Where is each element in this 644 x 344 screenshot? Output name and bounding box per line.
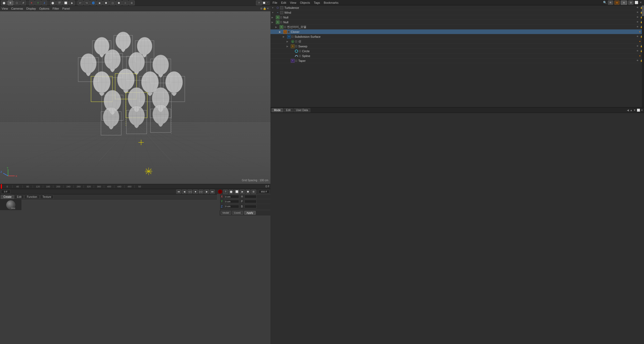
boole-btn[interactable]: 🌀: [90, 1, 96, 5]
y-input[interactable]: [224, 200, 239, 203]
axis-y-btn[interactable]: Y: [35, 1, 41, 5]
search-icon[interactable]: 🔍: [603, 1, 607, 4]
tree-item-null2[interactable]: ▶ N Null 👁 🔒: [270, 20, 644, 25]
motion-clip-btn[interactable]: ⬤: [229, 190, 234, 194]
next-frame-btn[interactable]: ▶: [204, 190, 209, 194]
menu-bookmarks[interactable]: Bookmarks: [324, 1, 338, 4]
frame-end-input[interactable]: 650 F: [259, 190, 269, 194]
axis-z-btn[interactable]: Z: [42, 1, 47, 5]
shrink-icon[interactable]: ✕: [639, 1, 642, 4]
undo-btn[interactable]: ↩: [77, 1, 83, 5]
tree-item-model[interactable]: ▶ N 씬선아이_모델 👁 🔒: [270, 25, 644, 29]
menu-objects[interactable]: Objects: [300, 1, 310, 4]
frame-display[interactable]: 0 F: [1, 190, 10, 194]
record-btn[interactable]: [218, 190, 222, 194]
br-tab-mode[interactable]: Mode: [272, 108, 283, 112]
tab-create[interactable]: Create: [1, 195, 14, 199]
tree-item-circle[interactable]: Circle 👁 🔒: [270, 49, 644, 54]
tree-item-null1[interactable]: ▶ N Null 👁 🔒: [270, 15, 644, 20]
viewport-maximize2-icon[interactable]: ⊞: [260, 7, 262, 10]
render-settings2-btn[interactable]: ⬟: [246, 190, 250, 194]
options-menu[interactable]: Options: [39, 7, 49, 10]
apply-row: Model Coord. Apply: [220, 210, 272, 216]
render-region-btn[interactable]: ⬤: [50, 1, 56, 5]
tab-function[interactable]: Function: [24, 195, 39, 199]
redo-btn[interactable]: ↪: [84, 1, 90, 5]
play-reverse-btn[interactable]: ◁◁: [187, 190, 192, 194]
record-key-btn[interactable]: ?: [223, 190, 228, 194]
rotate-btn[interactable]: ⬡: [14, 1, 20, 5]
coord-button[interactable]: Coord.: [232, 211, 243, 215]
p-input[interactable]: [244, 200, 257, 203]
cloner2-btn[interactable]: ◉: [97, 1, 103, 5]
move-tool-btn[interactable]: ⬤: [1, 1, 7, 5]
turbulence-checkbox[interactable]: [280, 6, 283, 9]
render-full-btn[interactable]: ▶: [69, 1, 75, 5]
help-btn[interactable]: ?: [256, 1, 262, 5]
b-input[interactable]: [244, 205, 257, 208]
viewport-maximize-btn[interactable]: ⬜: [262, 1, 266, 5]
tree-item-taper[interactable]: T Taper 👁 🔒: [270, 58, 644, 63]
transform-btn[interactable]: ✛: [7, 1, 13, 5]
tree-item-sen[interactable]: ▶ G 선 ● ●: [270, 39, 644, 44]
tree-item-wind[interactable]: ▼ ~ Wind 👁 🔒: [270, 10, 644, 15]
z-input[interactable]: [224, 205, 239, 208]
play-btn[interactable]: ▷▷: [199, 190, 204, 194]
axis-x-btn[interactable]: ✕: [29, 1, 35, 5]
expand-icon[interactable]: ⬜: [635, 1, 638, 4]
viewport-lock-icon[interactable]: 🔒: [263, 7, 266, 10]
display-menu[interactable]: Display: [26, 7, 36, 10]
active-tab-icon[interactable]: A: [621, 1, 627, 5]
material-icon[interactable]: M: [614, 1, 620, 5]
menu-view[interactable]: View: [290, 1, 296, 4]
filter-menu[interactable]: Filter: [52, 7, 59, 10]
cameras-menu[interactable]: Cameras: [11, 7, 23, 10]
tree-item-spline[interactable]: Spline ● ●: [270, 54, 644, 58]
deformer-btn[interactable]: ◻: [110, 1, 115, 5]
tab-edit[interactable]: Edit: [14, 195, 24, 199]
wind-checkbox[interactable]: [280, 11, 283, 14]
tree-item-sweep[interactable]: ▶ S Sweep 👁 🔒: [270, 44, 644, 49]
render-img-btn[interactable]: ▶: [240, 190, 245, 194]
timeline[interactable]: 0 40 80 120 160 200 240 280 320 360 400 …: [0, 184, 270, 189]
render-icon[interactable]: R: [608, 1, 613, 5]
scale-btn[interactable]: ↺: [20, 1, 26, 5]
panel-expand[interactable]: ⬜: [637, 109, 640, 112]
br-tab-edit[interactable]: Edit: [284, 108, 293, 112]
top-menubar: File Edit View Objects Tags Bookmarks 🔍 …: [270, 0, 644, 5]
panel-close[interactable]: ✕: [641, 109, 643, 112]
stop-btn[interactable]: ■: [193, 190, 198, 194]
prev-frame-btn[interactable]: ◀: [182, 190, 187, 194]
effector-btn[interactable]: ⬟: [103, 1, 109, 5]
br-tab-userdata[interactable]: User Data: [293, 108, 310, 112]
h-input[interactable]: [244, 195, 257, 198]
viewport-close2-icon[interactable]: ✕: [267, 7, 269, 10]
layout-btn[interactable]: ⊞: [251, 190, 256, 194]
model-button[interactable]: Model: [221, 211, 231, 215]
viewport-close-btn[interactable]: ✕: [266, 1, 269, 5]
tree-item-subdiv[interactable]: ▶ S Subdivision Surface 👁 🔒: [270, 34, 644, 39]
render-preview-btn[interactable]: 🎬: [56, 1, 62, 5]
menu-tags[interactable]: Tags: [314, 1, 320, 4]
panel-menu[interactable]: Panel: [62, 7, 70, 10]
view-menu[interactable]: View: [2, 7, 8, 10]
menu-file[interactable]: File: [273, 1, 277, 4]
render-anim-btn[interactable]: ⬜: [234, 190, 239, 194]
settings-icon[interactable]: ⚙: [628, 1, 634, 5]
menu-edit[interactable]: Edit: [281, 1, 286, 4]
render-settings-btn[interactable]: ⬜: [63, 1, 69, 5]
panel-arrow-down[interactable]: ▼: [633, 109, 636, 112]
apply-button[interactable]: Apply: [244, 211, 256, 215]
jump-end-btn[interactable]: ⏭: [210, 190, 215, 194]
jump-start-btn[interactable]: ⏮: [176, 190, 181, 194]
panel-arrow-left[interactable]: ◀: [627, 109, 629, 112]
panel-arrow-up[interactable]: ▲: [630, 109, 632, 112]
nurbs-btn[interactable]: ☆: [122, 1, 128, 5]
tab-texture[interactable]: Texture: [40, 195, 54, 199]
viewport-3d[interactable]: Perspective: [0, 11, 270, 184]
x-input[interactable]: [224, 195, 239, 198]
tree-item-turbulence[interactable]: ▼ ⬡ Turbulence 👁 🔒: [270, 5, 644, 10]
tree-item-cloner[interactable]: ▶ C Cloner ● ●: [270, 29, 644, 34]
camera-btn[interactable]: ⊙: [129, 1, 135, 5]
spline-btn[interactable]: ⬟: [116, 1, 122, 5]
